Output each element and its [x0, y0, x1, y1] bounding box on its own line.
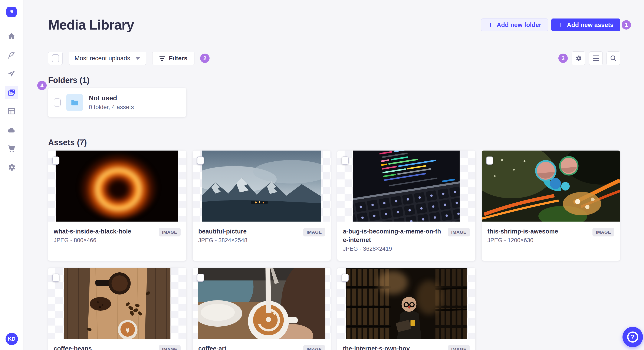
asset-type-badge: IMAGE [159, 345, 180, 350]
feather-icon [7, 51, 16, 59]
tour-step-badge-2[interactable]: 2 [200, 54, 210, 63]
folder-checkbox[interactable] [54, 98, 61, 107]
asset-thumbnail [482, 151, 620, 222]
select-all-card[interactable] [48, 52, 62, 65]
asset-text: this-shrimp-is-awesome JPEG - 1200×630 [488, 227, 558, 244]
asset-text: beautiful-picture JPEG - 3824×2548 [198, 227, 247, 244]
filters-button[interactable]: Filters [152, 52, 194, 65]
asset-meta: JPEG - 800×466 [54, 237, 131, 244]
select-all-checkbox[interactable] [52, 54, 59, 62]
asset-card-code[interactable]: a-bug-is-becoming-a-meme-on-the-internet… [337, 151, 475, 261]
sidebar-item-releases[interactable] [5, 67, 18, 81]
asset-card-coffee-beans[interactable]: coffee-beans JPEG - 5021×3347 IMAGE [48, 268, 186, 350]
page-header: Media Library Add new folder Add new ass… [48, 0, 620, 33]
asset-type-badge: IMAGE [448, 228, 470, 236]
plus-icon [488, 22, 493, 28]
asset-card-blackhole[interactable]: what-s-inside-a-black-hole JPEG - 800×46… [48, 151, 186, 261]
layout-icon [7, 107, 16, 116]
asset-checkbox[interactable] [197, 274, 204, 282]
main-content: Media Library Add new folder Add new ass… [24, 0, 644, 350]
asset-checkbox[interactable] [486, 157, 493, 165]
asset-thumbnail [337, 151, 475, 222]
asset-title: coffee-art [198, 344, 247, 350]
asset-card-coffee-art[interactable]: coffee-art JPEG - 5824×3259 IMAGE [193, 268, 331, 350]
asset-type-badge: IMAGE [303, 345, 325, 350]
question-mark-icon: ? [627, 332, 638, 343]
media-library-icon [7, 88, 16, 97]
asset-checkbox[interactable] [342, 157, 348, 165]
code-art [353, 151, 460, 222]
coffee-beans-art [64, 268, 170, 339]
folder-card[interactable]: Not used 0 folder, 4 assets [48, 88, 186, 117]
asset-type-badge: IMAGE [592, 228, 614, 236]
asset-image-library-boy [346, 268, 467, 339]
filter-icon [159, 56, 165, 61]
add-new-folder-button[interactable]: Add new folder [481, 18, 548, 31]
paper-plane-icon [7, 69, 16, 78]
asset-type-badge: IMAGE [159, 228, 180, 236]
sidebar-item-content-type-builder[interactable] [5, 104, 18, 118]
list-view-button[interactable] [589, 51, 603, 65]
asset-text: coffee-beans JPEG - 5021×3347 [54, 344, 103, 350]
sidebar-item-content[interactable] [5, 48, 18, 62]
asset-info: coffee-beans JPEG - 5021×3347 IMAGE [48, 339, 186, 350]
assets-grid: what-s-inside-a-black-hole JPEG - 800×46… [48, 151, 620, 350]
view-options: 3 [558, 51, 620, 65]
grid-settings-button[interactable] [572, 51, 585, 65]
sidebar-item-marketplace[interactable] [5, 142, 18, 156]
asset-image-code [353, 151, 460, 222]
coffee-art-art [198, 268, 326, 339]
toolbar: Most recent uploads Filters 2 3 [48, 51, 620, 65]
folder-icon-box [66, 94, 83, 111]
search-button[interactable] [606, 51, 620, 65]
tour-step-badge-4[interactable]: 4 [37, 81, 47, 90]
tour-step-badge-1[interactable]: 1 [622, 20, 631, 29]
asset-checkbox[interactable] [197, 157, 204, 165]
sidebar-item-media-library[interactable] [5, 86, 18, 99]
sort-dropdown[interactable]: Most recent uploads [69, 52, 146, 65]
user-initials: KD [8, 336, 16, 342]
cart-icon [7, 144, 16, 153]
asset-card-mountains[interactable]: beautiful-picture JPEG - 3824×2548 IMAGE [193, 151, 331, 261]
asset-info: this-shrimp-is-awesome JPEG - 1200×630 I… [482, 222, 620, 252]
header-actions: Add new folder Add new assets 1 [481, 18, 620, 31]
sidebar-item-deploy[interactable] [5, 123, 18, 137]
add-new-assets-button[interactable]: Add new assets [551, 18, 620, 31]
filters-label: Filters [169, 55, 188, 62]
asset-card-library-boy[interactable]: the-internet-s-own-boy JPEG - 1200×707 I… [337, 268, 475, 350]
strapi-logo[interactable] [6, 7, 16, 17]
sort-value: Most recent uploads [74, 55, 130, 62]
brand-logo-wrap [0, 0, 23, 24]
help-button[interactable]: ? [622, 327, 643, 347]
section-divider [48, 128, 620, 128]
asset-checkbox[interactable] [52, 274, 60, 282]
asset-info: beautiful-picture JPEG - 3824×2548 IMAGE [193, 222, 331, 252]
folder-icon [70, 98, 79, 107]
asset-thumbnail [193, 268, 331, 339]
tour-step-badge-3[interactable]: 3 [558, 54, 568, 63]
chevron-down-icon [135, 57, 140, 60]
asset-info: coffee-art JPEG - 5824×3259 IMAGE [193, 339, 331, 350]
asset-meta: JPEG - 1200×630 [488, 237, 558, 244]
asset-checkbox[interactable] [342, 274, 348, 282]
sidebar-item-settings[interactable] [5, 161, 18, 174]
sidebar-item-home[interactable] [5, 29, 18, 43]
asset-card-shrimp[interactable]: this-shrimp-is-awesome JPEG - 1200×630 I… [482, 151, 620, 261]
page-title: Media Library [48, 17, 134, 33]
cloud-icon [7, 126, 16, 134]
folders-heading: Folders (1) [48, 76, 620, 85]
shrimp-art [482, 151, 620, 222]
asset-info: what-s-inside-a-black-hole JPEG - 800×46… [48, 222, 186, 252]
asset-thumbnail [48, 151, 186, 222]
asset-title: what-s-inside-a-black-hole [54, 227, 131, 236]
user-avatar[interactable]: KD [6, 333, 18, 345]
asset-checkbox[interactable] [52, 157, 60, 165]
home-icon [7, 32, 16, 41]
list-icon [593, 55, 599, 61]
cog-icon [575, 55, 582, 62]
asset-text: a-bug-is-becoming-a-meme-on-the-internet… [343, 227, 443, 252]
asset-meta: JPEG - 3628×2419 [343, 246, 443, 252]
art-layer [79, 153, 158, 219]
folder-text: Not used 0 folder, 4 assets [89, 94, 134, 111]
folder-meta: 0 folder, 4 assets [89, 104, 134, 111]
